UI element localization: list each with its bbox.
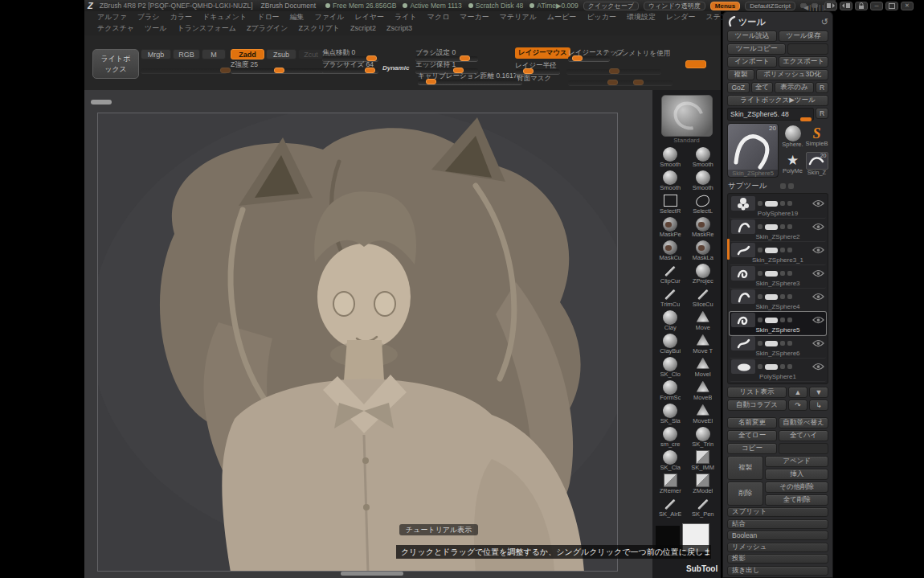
menu-item-14[interactable]: ピッカー [587,12,616,23]
lazy-radius-slider[interactable]: レイジー半径 [515,61,560,75]
close-icon[interactable]: ✕ [901,2,914,10]
subtool-mini-icon[interactable] [758,201,763,206]
brush-item-maskpe[interactable]: MaskPe [655,216,686,240]
visibility-eye-icon[interactable] [812,339,824,347]
brush-item-smooth[interactable]: Smooth [688,146,719,170]
subtool-slider-pill[interactable] [765,271,778,277]
brush-item-zremer[interactable]: ZRemer [655,473,686,496]
all-low-button[interactable]: 全てロー [727,430,777,441]
brush-item-clipcur[interactable]: ClipCur [655,263,686,286]
subtool-mini-icon[interactable] [758,364,763,369]
lazy-step-slider[interactable]: レイジーステップ [568,48,610,62]
menu-item-1[interactable]: アルファ [97,12,127,23]
subtool-mini-icon[interactable] [787,364,792,369]
visibility-eye-icon[interactable] [812,223,824,231]
subtool-mini-icon[interactable] [787,341,792,346]
subtool-row-skin_zsphere3[interactable]: Skin_ZSphere3 [730,265,826,289]
subtool-slider-pill[interactable] [765,341,778,346]
subtool-mini-icon[interactable] [758,271,763,276]
append-button[interactable]: アペンド [765,456,828,467]
goz-all-button[interactable]: 全て [751,82,774,93]
subtool-row-skin_zsphere4[interactable]: Skin_ZSphere4 [730,289,826,312]
auto-reorder-button[interactable]: 自動並べ替え [779,417,828,428]
menu-item-7[interactable]: Zscript3 [386,24,412,32]
goz-button[interactable]: GoZ [727,82,750,93]
clone-button[interactable]: 複製 [727,69,754,80]
current-brush[interactable]: Standard [655,95,718,145]
brush-item-sk-trin[interactable]: SK_Trin [688,426,719,449]
copy-subtool-button[interactable]: コピー [727,443,777,454]
remesh-button[interactable]: リメッシュ [727,543,828,552]
visibility-eye-icon[interactable] [812,293,824,301]
visibility-eye-icon[interactable] [812,316,824,324]
subtool-slider-pill[interactable] [765,364,778,370]
recent-tool-4[interactable]: 20Skin_Z [805,151,828,178]
use-symmetry-button[interactable]: シンメトリを使用 [615,49,670,59]
export-button[interactable]: エクスポート [779,56,828,68]
boolean-button[interactable]: Boolean [727,531,828,540]
canvas[interactable]: チュートリアル表示 クリックとドラッグで位置を調整するか、シングルクリックで一つ… [84,90,652,578]
shelf-scroll-left-button[interactable]: ◀∣∣∣ [800,3,807,8]
subtool-mini-icon[interactable] [780,248,785,252]
brush-item-sm-cre[interactable]: sm_cre [655,426,686,449]
dynamic-mode-label[interactable]: Dynamic [382,64,409,72]
lazy-mouse-button[interactable]: レイジーマウス [515,47,570,59]
subtool-row-skin_zsphere3_1[interactable]: Skin_ZSphere3_1 [730,242,826,265]
goz-r-button[interactable]: R [816,82,828,93]
brush-item-maskla[interactable]: MaskLa [688,240,719,263]
brush-item-claybui[interactable]: ClayBui [655,333,686,356]
menus-button[interactable]: Menus [710,2,740,10]
dock-left-icon[interactable] [824,2,837,10]
subtool-mini-icon[interactable] [780,341,785,346]
subtool-header-icons[interactable] [778,182,828,191]
collapse-branch-arrow-button[interactable]: ↳ [809,400,828,411]
window-opacity-button[interactable]: ウィンドウ透明度 [644,2,705,10]
mode-button-zcut[interactable]: Zcut [298,49,324,59]
brush-item-slicecu[interactable]: SliceCu [688,286,719,309]
subtool-slider-pill[interactable] [765,224,778,230]
brush-item-selectr[interactable]: SelectR [655,193,686,216]
recent-tool-1[interactable]: Sphere. [781,123,804,150]
import-button[interactable]: インポート [727,56,777,68]
collapse-cw-arrow-button[interactable]: ↷ [788,400,807,411]
mode-button-mrgb[interactable]: Mrgb [141,49,171,59]
subtool-mini-icon[interactable] [758,224,763,229]
subtool-mini-icon[interactable] [787,294,792,299]
menu-item-4[interactable]: Zプラグイン [247,23,288,34]
brush-item-smooth[interactable]: Smooth [655,146,686,170]
menu-item-3[interactable]: トランスフォーム [177,23,235,34]
lightbox-button[interactable]: ライトボックス [92,49,139,79]
brush-item-trimcu[interactable]: TrimCu [655,286,686,309]
tool-name-field[interactable]: Skin_ZSphere5. 48 [727,108,814,121]
all-high-button[interactable]: 全てハイ [779,430,828,441]
tool-name-slider-handle[interactable] [800,117,812,121]
document-area[interactable] [97,113,618,572]
extract-button[interactable]: 抜き出し [727,566,828,576]
menu-item-2[interactable]: ツール [145,23,166,34]
brush-item-sk-imm[interactable]: SK_IMM [688,449,719,473]
move-down-button[interactable]: ▼ [809,387,828,398]
menu-item-15[interactable]: 環境設定 [627,12,656,23]
menu-item-2[interactable]: ブラシ [137,12,160,23]
move-up-button[interactable]: ▲ [788,387,807,398]
subtool-mini-icon[interactable] [780,294,785,299]
subtool-row-polysphere1[interactable]: PolySphere1 [730,359,826,382]
menu-item-9[interactable]: ライト [395,12,417,23]
menu-item-10[interactable]: マクロ [427,12,450,23]
subtool-row-skin_zsphere5[interactable]: Skin_ZSphere5 [730,312,826,335]
menu-item-5[interactable]: Zスクリプト [299,23,341,34]
draw-size-slider[interactable]: ブラシサイズ 64 [322,60,378,74]
copy-tool-button[interactable]: ツールコピー [727,43,786,55]
menu-item-6[interactable]: 編集 [290,12,305,23]
subtool-row-skin_zsphere2[interactable]: Skin_ZSphere2 [730,219,826,242]
standard-brush-thumbnail[interactable] [661,95,713,137]
restore-icon[interactable] [885,2,898,10]
subtool-slider-pill[interactable] [765,201,778,207]
brush-item-move[interactable]: Move [688,309,719,333]
menu-item-12[interactable]: マテリアル [500,12,537,23]
brush-item-selectl[interactable]: SelectL [688,193,719,216]
brush-item-moveel[interactable]: MoveEl [688,403,719,426]
goz-visible-button[interactable]: 表示のみ [775,82,814,93]
subtool-slider-pill[interactable] [765,248,778,253]
make-polymesh3d-button[interactable]: ポリメッシュ3D化 [756,69,828,80]
